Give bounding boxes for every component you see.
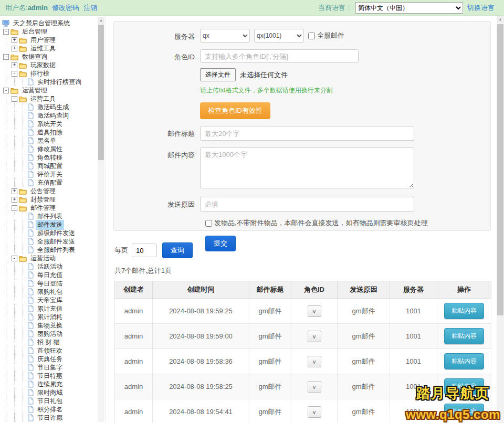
collapse-icon[interactable]: - [12, 96, 17, 102]
role-id-dropdown[interactable]: v [308, 356, 321, 367]
tree-guide-line [2, 388, 10, 397]
sidebar-scrollbar-thumb[interactable] [98, 25, 104, 160]
role-id-input[interactable] [200, 49, 359, 63]
submit-button[interactable]: 提交 [205, 236, 236, 251]
mail-title-input[interactable] [200, 126, 414, 141]
tree-guide-line [2, 212, 10, 220]
scroll-up-icon[interactable]: ▲ [98, 17, 104, 24]
expand-icon[interactable]: + [12, 188, 17, 194]
all-server-checkbox[interactable] [308, 33, 315, 39]
tree-guide-line [19, 229, 27, 237]
table-header-cell: 创建时间 [153, 281, 249, 299]
tree-item[interactable]: 天之禁后台管理系统 [2, 19, 98, 27]
file-icon [27, 103, 34, 111]
send-reason-input[interactable] [200, 197, 414, 212]
send-reason-label: 发送原因 [114, 197, 200, 209]
topbar: 用户名:admin 修改密码 注销 当前语言： 简体中文（中国） 切换语言 [0, 0, 504, 16]
tree-guide-line [10, 414, 19, 422]
role-id-dropdown[interactable]: v [308, 331, 321, 342]
tree-guide-line [10, 153, 19, 162]
tree-guide-line [10, 136, 19, 145]
tree-guide-line [19, 128, 27, 136]
collapse-icon[interactable]: - [12, 205, 17, 211]
mail-content-textarea[interactable] [200, 147, 414, 188]
paste-content-button[interactable]: 粘贴内容 [444, 378, 484, 395]
expand-icon[interactable]: + [12, 37, 17, 43]
tree-guide-line [2, 220, 10, 229]
creator-cell: admin [115, 299, 153, 324]
sidebar-scrollbar[interactable]: ▲ [98, 17, 104, 422]
page-scrollbar[interactable]: ▲ [497, 16, 504, 423]
tree-guide-line [2, 313, 10, 321]
collapse-icon[interactable]: - [3, 29, 9, 35]
expand-icon[interactable]: + [12, 46, 17, 51]
tree-guide-line [2, 111, 10, 120]
creator-cell: admin [115, 399, 153, 423]
change-password-link[interactable]: 修改密码 [52, 3, 79, 13]
file-icon [27, 364, 34, 371]
paste-content-button[interactable]: 粘贴内容 [444, 404, 484, 420]
tree-guide-line [10, 111, 19, 120]
collapse-icon[interactable]: - [3, 88, 9, 93]
language-select[interactable]: 简体中文（中国） [355, 2, 463, 14]
expand-icon[interactable]: + [12, 197, 17, 203]
collapse-icon[interactable]: - [3, 54, 9, 60]
tree-guide-line [10, 237, 19, 246]
tree-guide-line [10, 170, 19, 178]
role-id-label: 角色ID [114, 49, 200, 62]
tree-guide-line [2, 153, 10, 162]
send-item-checkbox[interactable] [205, 220, 212, 227]
tree-guide-line [2, 330, 10, 338]
tree-guide-line [19, 136, 27, 145]
paste-content-button[interactable]: 粘贴内容 [444, 353, 484, 369]
collapse-icon[interactable]: - [12, 256, 17, 261]
folder-icon [19, 37, 27, 44]
send-item-checkbox-label: 发物品,不带附件物品，本邮件会直接发送，如有物品则需要审核页处理 [214, 218, 428, 228]
tree-guide-line [19, 262, 27, 271]
role-id-dropdown[interactable]: v [308, 406, 321, 418]
server-instance-select[interactable]: qx(1001) [254, 29, 304, 43]
created-time-cell: 2024-08-08 19:58:36 [153, 349, 249, 374]
collapse-icon[interactable]: - [12, 71, 17, 77]
paste-content-button[interactable]: 粘贴内容 [444, 303, 484, 319]
per-page-input[interactable] [132, 244, 157, 257]
role-id-dropdown[interactable]: v [308, 305, 321, 317]
file-icon [27, 280, 34, 287]
tree-item[interactable]: 节日许愿 [2, 414, 98, 422]
action-cell: 粘贴内容 [437, 374, 491, 399]
file-icon [27, 397, 34, 405]
tree-item[interactable]: 实时排行榜查询 [2, 78, 98, 86]
file-icon [27, 372, 34, 379]
file-icon [27, 213, 34, 220]
tree-guide-line [2, 61, 10, 69]
created-time-cell: 2024-08-08 19:58:25 [153, 374, 249, 399]
tree-item-label[interactable]: 节日许愿 [36, 413, 64, 423]
tree-guide-line [19, 103, 27, 111]
server-select[interactable]: qx [200, 29, 250, 43]
table-header-cell: 角色ID [291, 281, 338, 299]
choose-file-button[interactable]: 选择文件 [200, 68, 236, 81]
check-role-id-button[interactable]: 检查角色ID有效性 [200, 102, 270, 119]
tree-guide-line [2, 94, 10, 103]
expand-icon[interactable]: + [12, 62, 17, 68]
tree-guide-line [2, 288, 10, 296]
scroll-up-icon[interactable]: ▲ [497, 16, 504, 23]
role-id-dropdown[interactable]: v [308, 381, 321, 393]
tree-guide-line [19, 162, 27, 170]
logout-link[interactable]: 注销 [83, 3, 97, 13]
query-button[interactable]: 查询 [162, 242, 193, 258]
action-cell: 粘贴内容 [437, 324, 491, 349]
paste-content-button[interactable]: 粘贴内容 [444, 328, 484, 344]
file-icon [27, 229, 34, 237]
switch-language-link[interactable]: 切换语言 [467, 3, 495, 13]
folder-icon [19, 45, 27, 52]
tree-item[interactable]: +运维工具 [2, 44, 98, 52]
tree-guide-line [19, 363, 27, 372]
page-scrollbar-thumb[interactable] [497, 24, 503, 315]
tree-guide-line [10, 279, 19, 288]
tree-guide-line [2, 36, 10, 44]
tree-guide-line [10, 246, 19, 254]
tree-guide-line [10, 120, 19, 128]
tree-guide-line [10, 229, 19, 237]
tree-guide-line [10, 380, 19, 388]
